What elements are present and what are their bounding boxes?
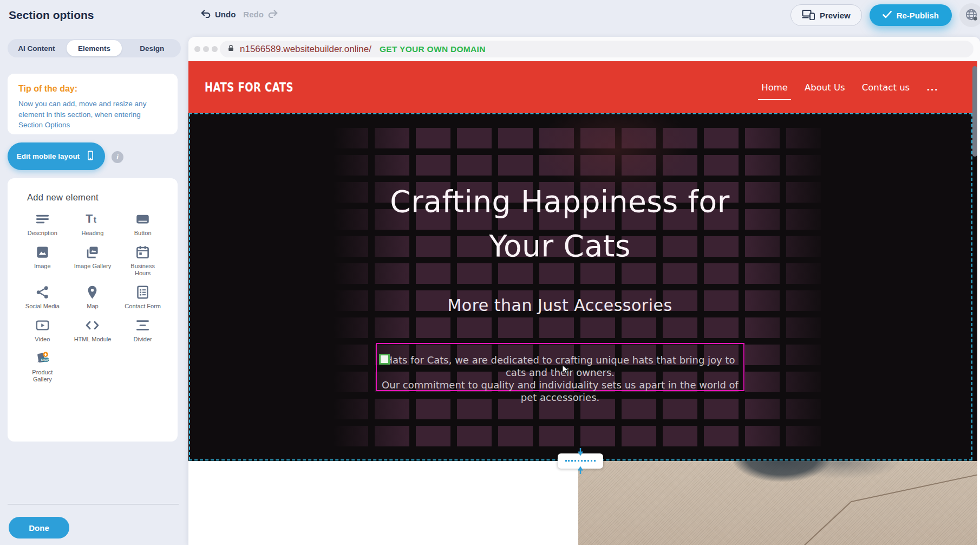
lock-icon	[227, 43, 235, 55]
window-dot	[212, 46, 218, 52]
redo-icon	[267, 9, 278, 20]
add-element-heading[interactable]: TtHeading	[68, 212, 118, 237]
add-element-social-media[interactable]: Social Media	[17, 285, 68, 310]
hero-glow	[188, 113, 977, 461]
republish-button[interactable]: Re-Publish	[870, 4, 952, 26]
add-element-button[interactable]: Button	[117, 212, 168, 237]
element-grid: DescriptionTtHeadingButtonImageImage Gal…	[17, 212, 168, 383]
devices-icon	[802, 9, 815, 22]
element-label: Heading	[82, 230, 104, 237]
window-dot	[203, 46, 209, 52]
arrow-up-icon	[577, 466, 584, 474]
html-module-icon	[85, 318, 100, 333]
video-icon	[35, 318, 50, 333]
tip-body: Now you can add, move and resize any ele…	[18, 99, 167, 131]
add-element-divider[interactable]: Divider	[117, 318, 168, 343]
element-label: Business Hours	[123, 263, 162, 277]
element-label: Button	[134, 230, 152, 237]
contact-form-icon	[135, 285, 150, 300]
nav-item-more[interactable]: ...	[926, 79, 938, 96]
element-label: Contact Form	[125, 303, 161, 310]
image-gallery-icon	[85, 245, 100, 259]
element-label: Social Media	[25, 303, 60, 310]
divider-icon	[135, 318, 150, 333]
resize-dotted-line	[565, 460, 596, 462]
add-element-map[interactable]: Map	[68, 285, 118, 310]
heading-icon: Tt	[85, 212, 100, 226]
svg-text:SHOP: SHOP	[41, 358, 49, 361]
image-icon	[35, 245, 50, 259]
browser-window: n1566589.websitebuilder.online/ GET YOUR…	[188, 37, 980, 545]
button-icon	[135, 212, 150, 226]
tip-title: Tip of the day:	[18, 84, 167, 94]
phone-icon	[85, 149, 96, 164]
section-resize-handle[interactable]	[558, 453, 603, 469]
tab-ai-content[interactable]: AI Content	[9, 40, 64, 56]
address-bar[interactable]: n1566589.websitebuilder.online/ GET YOUR…	[220, 41, 974, 57]
redo-button[interactable]: Redo	[243, 9, 278, 20]
hero-section[interactable]: Crafting Happiness for Your Cats More th…	[188, 113, 977, 461]
element-resize-handle[interactable]	[379, 354, 390, 365]
selected-paragraph-element[interactable]: Hats for Cats, we are dedicated to craft…	[376, 343, 744, 391]
element-label: Map	[87, 303, 98, 310]
tab-design[interactable]: Design	[124, 40, 180, 56]
add-element-title: Add new element	[27, 192, 99, 203]
add-element-product-gallery[interactable]: SHOPProduct Gallery	[17, 351, 68, 383]
page-title: Section options	[9, 9, 94, 22]
svg-text:t: t	[94, 215, 97, 224]
svg-text:T: T	[86, 212, 93, 225]
nav-item-about-us[interactable]: About Us	[805, 79, 845, 96]
site-header: HATS FOR CATS HomeAbout UsContact us...	[188, 61, 977, 113]
social-media-icon	[35, 285, 50, 300]
preview-button[interactable]: Preview	[790, 4, 862, 26]
element-label: HTML Module	[74, 336, 112, 343]
info-icon[interactable]: i	[112, 151, 123, 163]
paragraph-line1: Hats for Cats, we are dedicated to craft…	[377, 354, 743, 379]
tile-grout-line	[781, 501, 852, 545]
done-button[interactable]: Done	[9, 517, 69, 538]
sidebar-divider	[8, 504, 179, 504]
site-nav: HomeAbout UsContact us...	[761, 61, 938, 113]
element-label: Description	[28, 230, 57, 237]
check-icon	[883, 11, 892, 20]
add-element-video[interactable]: Video	[17, 318, 68, 343]
window-controls	[194, 46, 218, 52]
element-label: Image Gallery	[74, 263, 111, 270]
business-hours-icon	[135, 245, 150, 259]
paragraph-line2: Our commitment to quality and individual…	[377, 379, 743, 404]
add-element-image[interactable]: Image	[17, 245, 68, 277]
globe-icon	[964, 8, 978, 23]
add-element-contact-form[interactable]: Contact Form	[117, 285, 168, 310]
element-label: Image	[34, 263, 51, 270]
add-element-description[interactable]: Description	[17, 212, 68, 237]
add-element-image-gallery[interactable]: Image Gallery	[68, 245, 118, 277]
window-dot	[194, 46, 200, 52]
scrollbar-thumb[interactable]	[972, 66, 977, 157]
add-element-card: Add new element DescriptionTtHeadingButt…	[8, 178, 178, 442]
undo-button[interactable]: Undo	[200, 9, 236, 20]
map-icon	[85, 285, 100, 300]
browser-chrome: n1566589.websitebuilder.online/ GET YOUR…	[188, 37, 980, 61]
product-gallery-icon: SHOP	[35, 351, 50, 366]
description-icon	[35, 212, 50, 226]
nav-item-contact-us[interactable]: Contact us	[862, 79, 910, 96]
hero-heading-line2[interactable]: Your Cats	[188, 229, 931, 263]
floor-photo	[578, 461, 977, 545]
tile-grout-line	[851, 473, 977, 502]
undo-redo-group: Undo Redo	[200, 9, 278, 20]
arrow-down-icon	[577, 448, 584, 456]
tip-of-the-day-card: Tip of the day: Now you can add, move an…	[8, 74, 178, 134]
hero-subheading[interactable]: More than Just Accessories	[188, 296, 931, 315]
site-url: n1566589.websitebuilder.online/	[240, 44, 371, 55]
tab-elements[interactable]: Elements	[67, 40, 122, 56]
site-logo: HATS FOR CATS	[205, 58, 293, 116]
add-element-business-hours[interactable]: Business Hours	[117, 245, 168, 277]
undo-icon	[200, 9, 211, 20]
hero-heading-line1[interactable]: Crafting Happiness for	[188, 184, 931, 219]
element-label: Divider	[134, 336, 152, 343]
add-element-html-module[interactable]: HTML Module	[68, 318, 118, 343]
nav-item-home[interactable]: Home	[761, 79, 788, 96]
get-domain-link[interactable]: GET YOUR OWN DOMAIN	[380, 44, 486, 54]
edit-mobile-layout-button[interactable]: Edit mobile layout	[8, 142, 105, 170]
language-globe-button[interactable]	[959, 3, 980, 27]
